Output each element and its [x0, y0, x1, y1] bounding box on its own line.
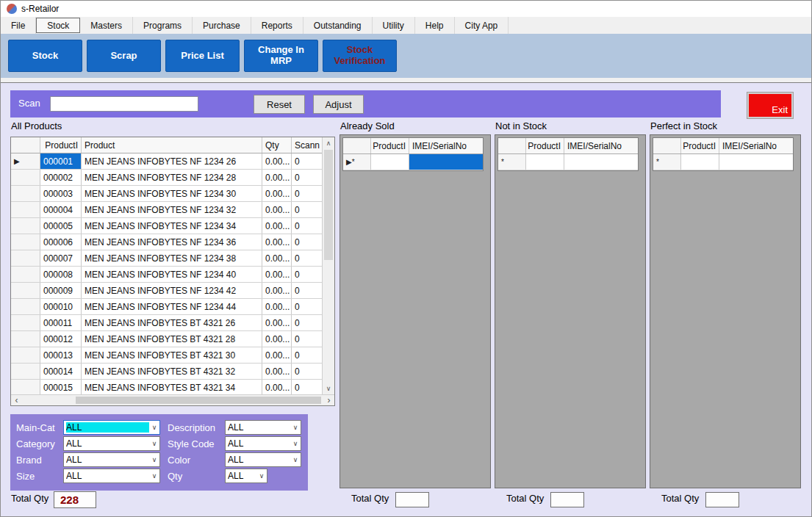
table-row[interactable]: 000014MEN JEANS INFOBYTES BT 4321 320.00… [11, 364, 334, 380]
cell-scanned[interactable]: 0 [292, 153, 323, 169]
cell-product-id[interactable]: 000006 [40, 234, 82, 250]
menu-item-utility[interactable]: Utility [373, 17, 415, 34]
table-row[interactable]: * [653, 154, 793, 170]
cell-qty[interactable]: 0.00... [262, 364, 292, 379]
row-selector[interactable]: * [653, 154, 681, 170]
row-selector[interactable] [11, 218, 40, 234]
cell-qty[interactable]: 0.00... [262, 186, 292, 201]
scroll-down-icon[interactable]: ∨ [323, 383, 334, 394]
scroll-up-icon[interactable]: ∧ [323, 137, 334, 149]
vertical-scrollbar-thumb[interactable] [324, 150, 333, 260]
toolbar-button-price-list[interactable]: Price List [165, 40, 240, 72]
cell-product-id[interactable]: 000008 [40, 267, 82, 282]
cell-product[interactable]: MEN JEANS INFOBYTES NF 1234 38 [82, 250, 262, 266]
toolbar-button-scrap[interactable]: Scrap [87, 40, 161, 72]
filter-select-category[interactable]: ALL∨ [63, 436, 160, 451]
table-row[interactable]: ▶000001MEN JEANS INFOBYTES NF 1234 260.0… [11, 153, 334, 170]
column-header-imei[interactable]: IMEI/SerialNo [564, 138, 638, 153]
horizontal-scrollbar-thumb[interactable] [76, 397, 321, 404]
cell-product-id[interactable] [681, 154, 719, 170]
filter-select-style-code[interactable]: ALL∨ [225, 436, 301, 451]
exit-button[interactable]: Exit [747, 93, 793, 118]
cell-product[interactable]: MEN JEANS INFOBYTES NF 1234 40 [82, 267, 262, 282]
menu-item-city-app[interactable]: City App [455, 17, 509, 34]
toolbar-button-stock-verification[interactable]: Stock Verification [323, 40, 397, 72]
row-selector[interactable] [11, 267, 40, 282]
column-header-imei[interactable]: IMEI/SerialNo [409, 138, 483, 153]
row-selector[interactable] [11, 250, 40, 266]
cell-product-id[interactable]: 000009 [40, 283, 82, 298]
menu-item-purchase[interactable]: Purchase [193, 17, 251, 34]
cell-scanned[interactable]: 0 [292, 250, 323, 266]
column-header-imei[interactable]: IMEI/SerialNo [719, 138, 793, 153]
column-header-product-id[interactable]: ProductI [40, 137, 82, 153]
scroll-left-icon[interactable]: ‹ [11, 395, 22, 405]
cell-product-id[interactable] [371, 154, 409, 170]
table-row[interactable]: 000006MEN JEANS INFOBYTES NF 1234 360.00… [11, 234, 334, 250]
cell-scanned[interactable]: 0 [292, 267, 323, 282]
row-selector[interactable] [11, 299, 40, 314]
filter-select-qty[interactable]: ALL∨ [225, 469, 267, 483]
scan-input[interactable] [50, 96, 198, 112]
menu-item-file[interactable]: File [1, 17, 36, 34]
cell-scanned[interactable]: 0 [292, 202, 323, 217]
cell-scanned[interactable]: 0 [292, 186, 323, 201]
cell-product-id[interactable]: 000010 [40, 299, 82, 314]
column-header-product-id[interactable]: ProductI [371, 138, 409, 153]
cell-scanned[interactable]: 0 [292, 347, 323, 363]
cell-qty[interactable]: 0.00... [262, 250, 292, 266]
menu-item-reports[interactable]: Reports [251, 17, 303, 34]
cell-product[interactable]: MEN JEANS INFOBYTES NF 1234 36 [82, 234, 262, 250]
horizontal-scrollbar[interactable]: ‹ › [11, 394, 334, 405]
cell-qty[interactable]: 0.00... [262, 331, 292, 347]
table-row[interactable]: 000008MEN JEANS INFOBYTES NF 1234 400.00… [11, 267, 334, 283]
menu-item-programs[interactable]: Programs [133, 17, 193, 34]
cell-qty[interactable]: 0.00... [262, 170, 292, 185]
row-selector[interactable] [11, 186, 40, 201]
cell-qty[interactable]: 0.00... [262, 315, 292, 330]
filter-select-brand[interactable]: ALL∨ [63, 452, 160, 467]
row-selector[interactable]: ▶* [343, 154, 371, 170]
table-row[interactable]: ▶* [343, 154, 483, 170]
cell-qty[interactable]: 0.00... [262, 202, 292, 217]
column-header-product-id[interactable]: ProductI [526, 138, 564, 153]
cell-product-id[interactable]: 000013 [40, 347, 82, 363]
cell-product[interactable]: MEN JEANS INFOBYTES BT 4321 26 [82, 315, 262, 330]
cell-product-id[interactable]: 000007 [40, 250, 82, 266]
column-header-scanned[interactable]: Scann [292, 137, 323, 153]
row-selector[interactable] [11, 347, 40, 363]
cell-product[interactable]: MEN JEANS INFOBYTES BT 4321 30 [82, 347, 262, 363]
cell-product-id[interactable] [526, 154, 564, 170]
cell-imei[interactable] [409, 154, 483, 170]
reset-button[interactable]: Reset [254, 95, 305, 114]
table-row[interactable]: 000005MEN JEANS INFOBYTES NF 1234 340.00… [11, 218, 334, 234]
cell-scanned[interactable]: 0 [292, 234, 323, 250]
cell-scanned[interactable]: 0 [292, 331, 323, 347]
column-header-qty[interactable]: Qty [262, 137, 292, 153]
cell-qty[interactable]: 0.00... [262, 347, 292, 363]
cell-product-id[interactable]: 000014 [40, 364, 82, 379]
cell-scanned[interactable]: 0 [292, 170, 323, 185]
cell-product[interactable]: MEN JEANS INFOBYTES NF 1234 30 [82, 186, 262, 201]
cell-scanned[interactable]: 0 [292, 218, 323, 234]
cell-product-id[interactable]: 000015 [40, 380, 82, 395]
cell-product[interactable]: MEN JEANS INFOBYTES BT 4321 32 [82, 364, 262, 379]
row-selector[interactable] [11, 170, 40, 185]
row-selector[interactable] [11, 234, 40, 250]
table-row[interactable]: 000009MEN JEANS INFOBYTES NF 1234 420.00… [11, 283, 334, 299]
filter-select-main-cat[interactable]: ALL∨ [63, 420, 160, 435]
table-row[interactable]: 000010MEN JEANS INFOBYTES NF 1234 440.00… [11, 299, 334, 315]
row-selector[interactable] [11, 331, 40, 347]
table-row[interactable]: 000013MEN JEANS INFOBYTES BT 4321 300.00… [11, 347, 334, 364]
cell-qty[interactable]: 0.00... [262, 283, 292, 298]
menu-item-help[interactable]: Help [415, 17, 455, 34]
cell-scanned[interactable]: 0 [292, 380, 323, 395]
cell-product[interactable]: MEN JEANS INFOBYTES NF 1234 28 [82, 170, 262, 185]
cell-imei[interactable] [564, 154, 638, 170]
cell-imei[interactable] [719, 154, 793, 170]
row-selector[interactable]: ▶ [11, 153, 40, 169]
cell-product-id[interactable]: 000002 [40, 170, 82, 185]
menu-item-stock[interactable]: Stock [36, 18, 80, 33]
cell-scanned[interactable]: 0 [292, 283, 323, 298]
toolbar-button-change-in-mrp[interactable]: Change In MRP [244, 40, 318, 72]
